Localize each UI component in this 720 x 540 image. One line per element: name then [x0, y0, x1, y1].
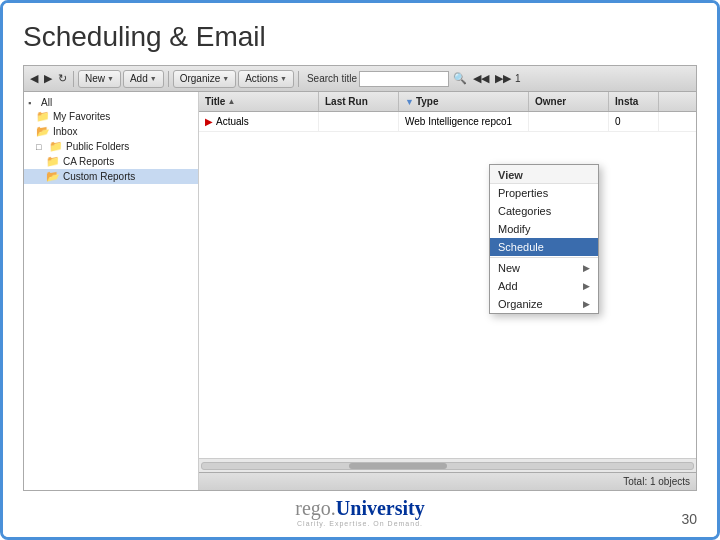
menu-divider-1 — [490, 257, 598, 258]
table-header: Title ▲ Last Run ▼ Type Owner Insta — [199, 92, 696, 112]
tree-item-custom-reports[interactable]: 📂 Custom Reports — [24, 169, 198, 184]
page-wrapper: Scheduling & Email ◀ ▶ ↻ New ▼ Add ▼ Org… — [3, 3, 717, 537]
organize-button[interactable]: Organize ▼ — [173, 70, 237, 88]
folder-icon-public: 📁 — [49, 140, 63, 153]
separator-3 — [298, 71, 299, 87]
folder-icon-inbox: 📂 — [36, 125, 50, 138]
logo-prefix: rego. — [295, 497, 336, 519]
menu-item-properties[interactable]: Properties — [490, 184, 598, 202]
tree-item-ca-reports[interactable]: 📁 CA Reports — [24, 154, 198, 169]
actions-arrow: ▼ — [280, 75, 287, 82]
tree-item-inbox[interactable]: 📂 Inbox — [24, 124, 198, 139]
menu-section-view: View — [490, 165, 598, 184]
logo-area: rego.University Clarity. Expertise. On D… — [295, 497, 424, 527]
menu-item-new[interactable]: New ▶ — [490, 259, 598, 277]
prev-page-button[interactable]: ◀◀ — [471, 72, 491, 85]
search-label: Search title — [307, 73, 357, 84]
context-menu: View Properties Categories Modify Schedu… — [489, 164, 599, 314]
cell-lastrun — [319, 112, 399, 131]
search-input[interactable] — [359, 71, 449, 87]
menu-item-categories[interactable]: Categories — [490, 202, 598, 220]
refresh-button[interactable]: ↻ — [56, 72, 69, 85]
submenu-arrow-organize: ▶ — [583, 299, 590, 309]
back-button[interactable]: ◀ — [28, 72, 40, 85]
logo-suffix: University — [336, 497, 425, 519]
content-area: ▪ All 📁 My Favorites 📂 Inbox □ 📁 Public … — [24, 92, 696, 490]
expander-public: □ — [36, 142, 46, 152]
hscroll-track[interactable] — [201, 462, 694, 470]
search-button[interactable]: 🔍 — [451, 72, 469, 85]
logo-tagline: Clarity. Expertise. On Demand. — [297, 520, 423, 527]
cell-insta: 0 — [609, 112, 659, 131]
separator-2 — [168, 71, 169, 87]
app-window: ◀ ▶ ↻ New ▼ Add ▼ Organize ▼ Actions ▼ S… — [23, 65, 697, 491]
page-title: Scheduling & Email — [23, 21, 697, 53]
tree-item-favorites[interactable]: 📁 My Favorites — [24, 109, 198, 124]
status-text: Total: 1 objects — [623, 476, 690, 487]
folder-icon-custom: 📂 — [46, 170, 60, 183]
col-header-title[interactable]: Title ▲ — [199, 92, 319, 111]
col-header-type[interactable]: ▼ Type — [399, 92, 529, 111]
hscroll-bar — [199, 458, 696, 472]
row-icon: ▶ — [205, 116, 213, 127]
expander-all: ▪ — [28, 98, 38, 108]
add-arrow: ▼ — [150, 75, 157, 82]
toolbar: ◀ ▶ ↻ New ▼ Add ▼ Organize ▼ Actions ▼ S… — [24, 66, 696, 92]
cell-type: Web Intelligence repco1 — [399, 112, 529, 131]
cell-title: ▶ Actuals — [199, 112, 319, 131]
new-arrow: ▼ — [107, 75, 114, 82]
separator-1 — [73, 71, 74, 87]
menu-item-modify[interactable]: Modify — [490, 220, 598, 238]
status-bar: Total: 1 objects — [199, 472, 696, 490]
table-panel: Title ▲ Last Run ▼ Type Owner Insta — [199, 92, 696, 490]
filter-icon-type: ▼ — [405, 97, 414, 107]
logo-text: rego.University — [295, 497, 424, 520]
sidebar-tree: ▪ All 📁 My Favorites 📂 Inbox □ 📁 Public … — [24, 92, 199, 490]
sort-arrow-title: ▲ — [227, 97, 235, 106]
cell-owner — [529, 112, 609, 131]
col-header-owner[interactable]: Owner — [529, 92, 609, 111]
folder-icon-ca: 📁 — [46, 155, 60, 168]
page-number: 30 — [681, 511, 697, 527]
add-button[interactable]: Add ▼ — [123, 70, 164, 88]
organize-arrow: ▼ — [222, 75, 229, 82]
table-body: ▶ Actuals Web Intelligence repco1 — [199, 112, 696, 458]
page-indicator: 1 — [515, 73, 521, 84]
forward-button[interactable]: ▶ — [42, 72, 54, 85]
col-header-lastrun[interactable]: Last Run — [319, 92, 399, 111]
submenu-arrow-new: ▶ — [583, 263, 590, 273]
footer-area: rego.University Clarity. Expertise. On D… — [23, 497, 697, 527]
next-page-button[interactable]: ▶▶ — [493, 72, 513, 85]
menu-item-organize[interactable]: Organize ▶ — [490, 295, 598, 313]
actions-button[interactable]: Actions ▼ — [238, 70, 294, 88]
table-row[interactable]: ▶ Actuals Web Intelligence repco1 — [199, 112, 696, 132]
menu-item-schedule[interactable]: Schedule — [490, 238, 598, 256]
submenu-arrow-add: ▶ — [583, 281, 590, 291]
folder-icon-favorites: 📁 — [36, 110, 50, 123]
menu-item-add[interactable]: Add ▶ — [490, 277, 598, 295]
hscroll-thumb — [349, 463, 447, 469]
tree-item-all[interactable]: ▪ All — [24, 96, 198, 109]
tree-item-public-folders[interactable]: □ 📁 Public Folders — [24, 139, 198, 154]
col-header-insta[interactable]: Insta — [609, 92, 659, 111]
new-button[interactable]: New ▼ — [78, 70, 121, 88]
